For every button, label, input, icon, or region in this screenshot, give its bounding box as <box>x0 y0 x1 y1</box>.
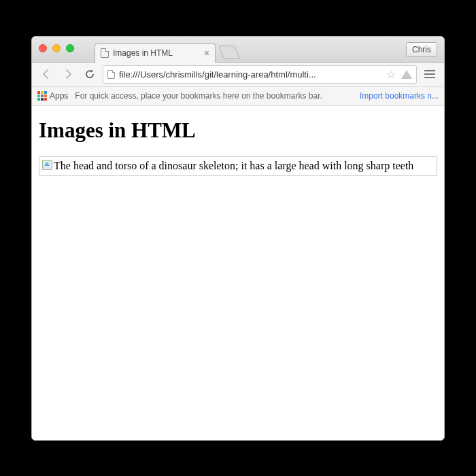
close-window-button[interactable] <box>39 44 47 52</box>
omnibox-actions: ☆ <box>386 68 412 81</box>
apps-button[interactable]: Apps <box>37 91 68 101</box>
new-tab-button[interactable] <box>218 46 240 59</box>
close-tab-icon[interactable]: × <box>204 48 209 58</box>
broken-image: The head and torso of a dinosaur skeleto… <box>39 156 437 176</box>
drive-icon[interactable] <box>401 70 412 79</box>
profile-label: Chris <box>412 45 431 54</box>
tab-title: Images in HTML <box>113 48 201 58</box>
bookmarks-bar: Apps For quick access, place your bookma… <box>32 87 444 106</box>
maximize-window-button[interactable] <box>66 44 74 52</box>
address-bar[interactable]: file:///Users/chrismills/git/learning-ar… <box>103 65 417 84</box>
apps-label: Apps <box>50 91 68 101</box>
profile-button[interactable]: Chris <box>406 42 437 57</box>
broken-image-icon <box>42 160 52 170</box>
import-bookmarks-link[interactable]: Import bookmarks n... <box>360 91 439 101</box>
url-text: file:///Users/chrismills/git/learning-ar… <box>119 69 382 80</box>
browser-window: Images in HTML × Chris file:///Users/chr… <box>31 36 445 441</box>
browser-tab[interactable]: Images in HTML × <box>95 44 216 63</box>
hamburger-icon <box>424 70 435 78</box>
apps-icon <box>37 91 47 101</box>
file-icon <box>101 48 109 58</box>
forward-button[interactable] <box>59 65 77 83</box>
image-alt-text: The head and torso of a dinosaur skeleto… <box>54 159 413 173</box>
page-heading: Images in HTML <box>39 118 437 143</box>
file-icon <box>107 70 115 79</box>
minimize-window-button[interactable] <box>52 44 61 52</box>
menu-button[interactable] <box>421 65 439 83</box>
back-button[interactable] <box>37 65 55 83</box>
titlebar: Images in HTML × Chris <box>32 37 444 63</box>
bookmarks-hint: For quick access, place your bookmarks h… <box>75 91 353 101</box>
traffic-lights <box>39 44 74 52</box>
toolbar: file:///Users/chrismills/git/learning-ar… <box>32 63 444 87</box>
page-content: Images in HTML The head and torso of a d… <box>32 106 444 440</box>
reload-button[interactable] <box>81 65 99 83</box>
bookmark-star-icon[interactable]: ☆ <box>386 68 396 81</box>
